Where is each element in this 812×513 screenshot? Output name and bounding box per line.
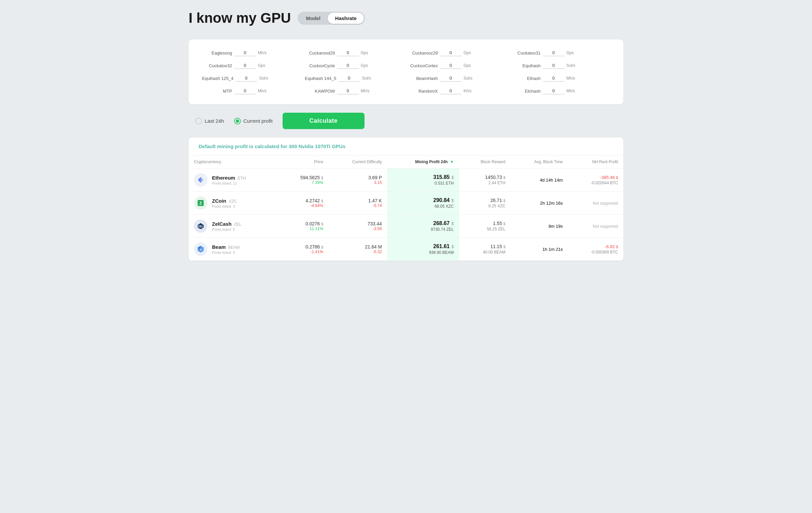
controls-row: Last 24h Current profit Calculate — [195, 113, 624, 129]
nh-profit-main: -385.48 $ — [574, 175, 618, 180]
difficulty-cell: 21.64 M -5.32 — [328, 238, 387, 261]
calculate-button[interactable]: Calculate — [283, 113, 365, 129]
mode-toggle: Model Hashrate — [298, 12, 365, 25]
hash-label: KAWPOW — [305, 89, 335, 94]
nh-profit-sub: -0.000369 BTC — [574, 250, 618, 255]
hash-input[interactable] — [440, 75, 462, 82]
difficulty-cell: 1.47 K -5.74 — [328, 192, 387, 215]
hash-input[interactable] — [543, 88, 564, 94]
model-toggle-btn[interactable]: Model — [299, 13, 328, 24]
hash-input[interactable] — [234, 88, 256, 94]
col-block-reward: Block Reward — [459, 155, 511, 169]
hash-unit: Gps — [361, 63, 368, 68]
coin-cell: Z ZCoin XZC Pools listed: 3 — [188, 192, 280, 215]
profit-cell: 268.67 $ 9730.74 ZEL — [387, 215, 459, 238]
coin-pools: Pools listed: 4 — [212, 251, 240, 255]
profit-dollar: $ — [452, 221, 454, 226]
coin-name: ZelCash — [212, 221, 231, 227]
avg-block-time-cell: 1h 1m 21s — [511, 238, 568, 261]
radio-last24-label[interactable]: Last 24h — [195, 118, 224, 124]
hash-input[interactable] — [234, 50, 256, 56]
hash-input[interactable] — [543, 75, 564, 82]
table-row[interactable]: B Beam BEAM Pools listed: 4 0.2786 $ -1.… — [188, 238, 624, 261]
hash-unit: Gps — [361, 51, 368, 55]
hash-input[interactable] — [337, 50, 359, 56]
table-row[interactable]: Ethereum ETH Pools listed: 11 594.5625 $… — [188, 169, 624, 192]
hash-label: Etchash — [511, 89, 541, 94]
hashrate-grid: Eaglesong Mh/s Cuckarood29 Gps Cuckarooz… — [202, 50, 610, 94]
hash-input[interactable] — [338, 75, 360, 82]
table-row[interactable]: ZEL ZelCash ZEL Pools listed: 5 0.0276 $… — [188, 215, 624, 238]
block-reward-sub: 56.25 ZEL — [465, 227, 505, 231]
coin-pools: Pools listed: 5 — [212, 227, 241, 231]
hash-input[interactable] — [440, 62, 462, 69]
block-reward-cell: 1450.73 $ 2.44 ETH — [459, 169, 511, 192]
hash-input[interactable] — [543, 62, 564, 69]
avg-block-time: 1h 1m 21s — [543, 247, 563, 252]
hash-field-cuckoocycle: CuckooCycle Gps — [305, 62, 405, 69]
avg-block-time-cell: 8m 19s — [511, 215, 568, 238]
hash-field-cuckarooz29: Cuckarooz29 Gps — [408, 50, 508, 56]
hash-label: Equihash 144_5 — [305, 76, 337, 81]
hash-field-etchash: Etchash Mh/s — [511, 88, 610, 94]
zcoin-icon: Z — [194, 196, 207, 210]
profit-main: 315.85 — [433, 174, 450, 180]
svg-text:B: B — [200, 248, 202, 251]
hash-label: BeamHash — [408, 76, 438, 81]
radio-current-circle — [234, 118, 241, 124]
difficulty-main: 3.69 P — [334, 175, 382, 180]
hash-unit: Gps — [464, 51, 471, 55]
profit-main: 261.61 — [433, 244, 450, 249]
hash-input[interactable] — [337, 88, 359, 94]
hash-input[interactable] — [337, 62, 359, 69]
block-reward-cell: 11.15 $ 40.00 BEAM — [459, 238, 511, 261]
hash-field-mtp: MTP Mh/s — [202, 88, 302, 94]
profit-sub: 938.90 BEAM — [393, 250, 454, 255]
coin-cell: ZEL ZelCash ZEL Pools listed: 5 — [188, 215, 280, 238]
difficulty-main: 733.44 — [334, 221, 382, 226]
hash-unit: Mh/s — [258, 51, 266, 55]
hash-field-cuckoocortex: CuckooCortex Gps — [408, 62, 508, 69]
price-cell: 0.2786 $ -1.41% — [280, 238, 328, 261]
hash-field-randomx: RandomX Kh/s — [408, 88, 508, 94]
difficulty-sub: -3.56 — [334, 226, 382, 231]
hash-unit: Mh/s — [567, 76, 575, 81]
header: I know my GPU Model Hashrate — [188, 7, 624, 29]
hash-unit: Sol/s — [259, 76, 268, 81]
col-avg-block-time: Avg. Block Time — [511, 155, 568, 169]
coin-ticker: XZC — [229, 199, 237, 204]
coin-name: Ethereum — [212, 175, 235, 180]
nh-not-supported: Not supported — [593, 224, 618, 229]
hash-label: Cuckatoo32 — [202, 63, 232, 68]
profit-cell: 290.84 $ 68.05 XZC — [387, 192, 459, 215]
hash-label: MTP — [202, 89, 232, 94]
coin-cell: B Beam BEAM Pools listed: 4 — [188, 238, 280, 261]
hash-input[interactable] — [235, 75, 257, 82]
hash-unit: Mh/s — [258, 89, 266, 93]
hash-field-cuckatoo31: Cuckatoo31 Gps — [511, 50, 610, 56]
hash-input[interactable] — [234, 62, 256, 69]
hash-unit: Gps — [567, 51, 574, 55]
hash-unit: Gps — [464, 63, 471, 68]
hash-input[interactable] — [440, 88, 462, 94]
profit-main: 290.84 — [433, 197, 450, 203]
radio-current-text: Current profit — [243, 118, 273, 124]
hash-unit: Mh/s — [361, 89, 370, 93]
radio-current-label[interactable]: Current profit — [234, 118, 273, 124]
price-change: 11.11% — [285, 226, 323, 231]
col-mining-profit[interactable]: Mining Profit 24h ▼ — [387, 155, 459, 169]
zelcash-icon: ZEL — [194, 219, 207, 233]
table-row[interactable]: Z ZCoin XZC Pools listed: 3 4.2742 $ -4.… — [188, 192, 624, 215]
profit-sub: 9730.74 ZEL — [393, 227, 454, 232]
profit-cell: 261.61 $ 938.90 BEAM — [387, 238, 459, 261]
hash-input[interactable] — [440, 50, 462, 56]
hash-unit: Sol/s — [567, 63, 576, 68]
price-cell: 4.2742 $ -4.64% — [280, 192, 328, 215]
hash-field-eaglesong: Eaglesong Mh/s — [202, 50, 302, 56]
price-cell: 0.0276 $ 11.11% — [280, 215, 328, 238]
hash-input[interactable] — [543, 50, 564, 56]
price-main: 594.5625 $ — [285, 175, 323, 180]
hashrate-toggle-btn[interactable]: Hashrate — [328, 13, 364, 24]
avg-block-time: 2h 12m 16s — [540, 201, 563, 206]
profit-cell: 315.85 $ 0.531 ETH — [387, 169, 459, 192]
